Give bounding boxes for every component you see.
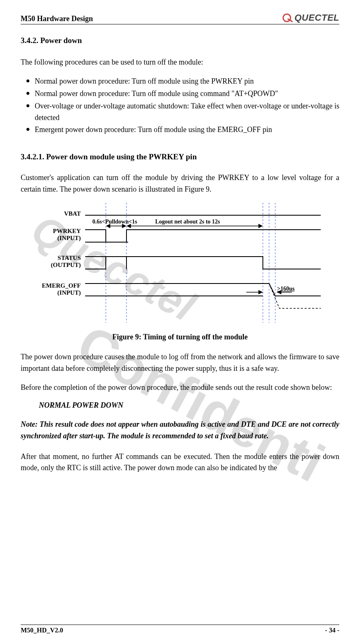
list-item: Over-voltage or under-voltage automatic … [21, 101, 339, 124]
subsection-paragraph: Customer's application can turn off the … [21, 172, 339, 195]
label-status-line2: (OUTPUT) [51, 262, 81, 268]
paragraph: The power down procedure causes the modu… [21, 351, 339, 375]
label-pwrkey-line1: PWRKEY [53, 228, 81, 234]
ann-160us: >160us [277, 286, 295, 292]
figure-number: Figure 9: [112, 333, 141, 341]
timing-diagram: VBAT PWRKEY (INPUT) STATUS (OUTPUT) EMER… [31, 203, 329, 327]
procedure-list: Normal power down procedure: Turn off mo… [21, 76, 339, 136]
label-status-line1: STATUS [57, 255, 81, 261]
label-emerg-line1: EMERG_OFF [42, 282, 81, 289]
ann-logout: Logout net about 2s to 12s [155, 219, 220, 225]
paragraph: After that moment, no further AT command… [21, 451, 339, 474]
label-emerg-line2: (INPUT) [57, 289, 81, 296]
list-item: Emergent power down procedure: Turn off … [21, 124, 339, 136]
list-item: Normal power down procedure: Turn off mo… [21, 88, 339, 100]
label-emerg: EMERG_OFF (INPUT) [31, 282, 81, 296]
footer-page-number: - 34 - [325, 627, 339, 634]
brand-logo: QUECTEL [282, 12, 339, 23]
footer-doc-id: M50_HD_V2.0 [21, 627, 63, 634]
result-code: NORMAL POWER DOWN [39, 401, 339, 410]
svg-marker-17 [259, 291, 262, 294]
note-paragraph: Note: This result code does not appear w… [21, 419, 339, 442]
ann-pulldown: 0.6s<Pulldown<1s [93, 219, 137, 225]
section-heading: 3.4.2. Power down [21, 36, 339, 45]
paragraph: Before the completion of the power down … [21, 382, 339, 394]
subsection-heading: 3.4.2.1. Power down module using the PWR… [21, 152, 339, 161]
figure-9: VBAT PWRKEY (INPUT) STATUS (OUTPUT) EMER… [31, 203, 329, 341]
svg-marker-15 [259, 224, 262, 228]
list-item: Normal power down procedure: Turn off mo… [21, 76, 339, 87]
page-footer: M50_HD_V2.0 - 34 - [21, 625, 339, 634]
figure-title: Timing of turning off the module [141, 333, 248, 341]
doc-title: M50 Hardware Design [21, 14, 93, 23]
quectel-logo-icon [282, 13, 293, 22]
label-vbat: VBAT [31, 210, 81, 217]
label-status: STATUS (OUTPUT) [31, 255, 81, 268]
figure-caption: Figure 9: Timing of turning off the modu… [31, 333, 329, 341]
label-pwrkey-line2: (INPUT) [57, 235, 81, 241]
intro-paragraph: The following procedures can be used to … [21, 57, 339, 68]
page-header: M50 Hardware Design QUECTEL [21, 12, 339, 24]
label-pwrkey: PWRKEY (INPUT) [31, 228, 81, 241]
brand-name: QUECTEL [294, 12, 339, 23]
